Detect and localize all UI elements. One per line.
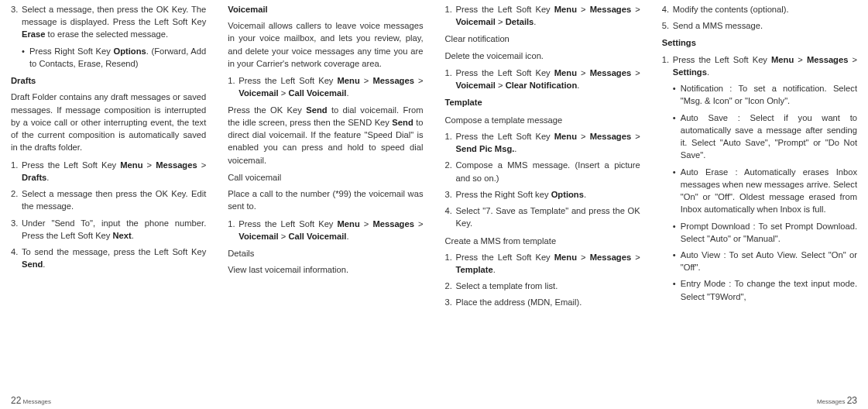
step-body: Press Right Soft Key Options. (Forward, … (29, 45, 206, 70)
drafts-step-4: 4. To send the message, press the Left S… (11, 246, 206, 270)
text: Press Right Soft Key (29, 46, 113, 56)
bullet-body: Auto Save : Select if you want to automa… (681, 112, 857, 162)
heading-create-mms: Create a MMS from template (445, 235, 640, 247)
sep: > (848, 55, 857, 64)
text: Press the Left Soft Key (456, 5, 554, 14)
sep: > (631, 253, 640, 262)
heading-voicemail: Voicemail (228, 3, 423, 15)
sep: > (496, 81, 506, 90)
dot: . (514, 144, 516, 153)
text: Press the Right Soft key (456, 190, 551, 199)
page-footer-right: Messages 23 (817, 394, 857, 407)
mms-step-4: 4. Modify the contents (optional). (662, 3, 857, 15)
column-2: Voicemail Voicemail allows callers to le… (217, 0, 434, 409)
step-number: 3. (445, 188, 456, 201)
step-number: 1. (445, 251, 456, 276)
key-clear-notification: Clear Notification (506, 81, 578, 90)
drafts-step-3: 3. Under "Send To", input the phone numb… (11, 217, 206, 242)
key-menu: Menu (771, 55, 794, 64)
heading-details: Details (228, 247, 423, 259)
sep: > (496, 17, 506, 26)
step-number: 3. (11, 217, 22, 242)
step-body: Modify the contents (optional). (673, 3, 857, 15)
key-call-voicemail: Call Voicemail (288, 88, 346, 98)
key-messages: Messages (590, 5, 632, 14)
sep: > (631, 132, 640, 141)
clear-step-1: 1. Press the Left Soft Key Menu > Messag… (445, 67, 640, 91)
paragraph-call-voicemail: Place a call to the number (*99) the voi… (228, 187, 423, 212)
mms-step-2: 2. Select a template from list. (445, 280, 640, 292)
key-messages: Messages (156, 160, 197, 170)
manual-spread: 3. Select a message, then press the OK K… (0, 0, 868, 409)
bullet-icon: • (673, 277, 681, 302)
key-options: Options (551, 190, 584, 199)
key-menu: Menu (554, 253, 577, 262)
step-number: 5. (662, 19, 673, 32)
text: Press the Left Soft Key (673, 55, 771, 64)
sep: > (577, 132, 590, 141)
step-number: 1. (228, 218, 238, 242)
bullet-body: Entry Mode : To change the text input mo… (681, 277, 857, 302)
step-number: 4. (445, 204, 456, 229)
details-step-1: 1. Press the Left Soft Key Menu > Messag… (445, 3, 640, 28)
dot: . (132, 231, 134, 240)
bullet-body: Auto View : To set Auto View. Select "On… (681, 249, 857, 273)
text: Press the Left Soft Key (238, 76, 337, 85)
paragraph-voicemail: Voicemail allows callers to leave voice … (228, 19, 423, 70)
footer-label: Messages (817, 398, 845, 405)
key-options: Options (113, 46, 146, 56)
text: Press the OK Key (228, 105, 306, 115)
dot: . (346, 232, 348, 241)
step-number: 2. (445, 280, 456, 292)
tmpl-step-4: 4. Select "7. Save as Template" and pres… (445, 204, 640, 229)
key-voicemail: Voicemail (238, 88, 278, 98)
dot: . (46, 173, 49, 182)
key-messages: Messages (590, 253, 632, 262)
step-body: Select a template from list. (456, 280, 640, 292)
paragraph-drafts: Draft Folder contains any draft messages… (11, 91, 206, 153)
mms-step-5: 5. Send a MMS message. (662, 19, 857, 32)
bullet-icon: • (673, 112, 681, 162)
key-messages: Messages (590, 132, 632, 141)
step-body: To send the message, press the Left Soft… (22, 246, 206, 270)
text: Press the Left Soft Key (456, 253, 554, 262)
step-body: Select a message then press the OK Key. … (22, 187, 206, 212)
step-body: Select "7. Save as Template" and press t… (456, 204, 640, 229)
sep: > (631, 5, 640, 14)
sep: > (414, 219, 424, 229)
key-messages: Messages (372, 76, 414, 85)
heading-drafts: Drafts (11, 74, 206, 87)
tmpl-step-3: 3. Press the Right Soft key Options. (445, 188, 640, 201)
paragraph-details: View last voicemail information. (228, 263, 423, 276)
step-number: 1. (445, 67, 456, 91)
step-body: Press the Left Soft Key Menu > Messages … (456, 3, 640, 28)
step-number: 3. (11, 3, 22, 41)
step-number: 1. (228, 74, 238, 99)
paragraph-send: Press the OK Key Send to dial voicemail.… (228, 104, 423, 167)
tmpl-step-2: 2. Compose a MMS message. (Insert a pict… (445, 159, 640, 184)
key-drafts: Drafts (22, 173, 46, 182)
settings-bullet-notification: • Notification : To set a notification. … (673, 82, 857, 107)
settings-bullet-entry-mode: • Entry Mode : To change the text input … (673, 277, 857, 302)
step-body: Press the Right Soft key Options. (456, 188, 640, 201)
settings-step-1: 1. Press the Left Soft Key Menu > Messag… (662, 53, 857, 78)
drafts-step-1: 1. Press the Left Soft Key Menu > Messag… (11, 159, 206, 184)
dot: . (346, 88, 348, 98)
bullet-body: Prompt Download : To set Prompt Download… (681, 220, 857, 245)
settings-bullet-auto-save: • Auto Save : Select if you want to auto… (673, 112, 857, 162)
drafts-step-2: 2. Select a message then press the OK Ke… (11, 187, 206, 212)
sep: > (360, 219, 373, 229)
settings-bullet-auto-view: • Auto View : To set Auto View. Select "… (673, 249, 857, 273)
text: to erase the selected message. (45, 29, 168, 39)
heading-clear-notification: Clear notification (445, 33, 640, 45)
sep: > (197, 160, 207, 170)
sep: > (577, 5, 590, 14)
page-number: 22 (11, 395, 21, 406)
mms-step-3: 3. Place the address (MDN, Email). (445, 296, 640, 308)
key-send: Send (306, 105, 327, 115)
key-messages: Messages (807, 55, 849, 64)
key-call-voicemail: Call Voicemail (288, 232, 346, 241)
text: To send the message, press the Left Soft… (22, 247, 206, 256)
key-template: Template (456, 265, 493, 274)
sep: > (279, 232, 289, 241)
